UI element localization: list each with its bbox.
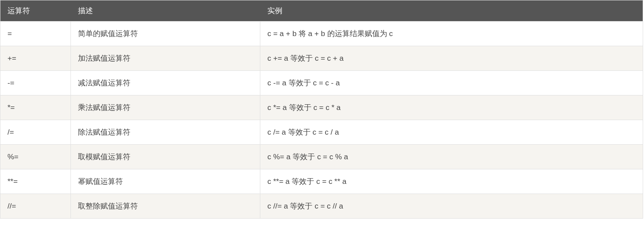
cell-example: c **= a 等效于 c = c ** a — [260, 169, 643, 194]
cell-example: c *= a 等效于 c = c * a — [260, 95, 643, 120]
cell-operator: = — [0, 22, 71, 46]
cell-example: c = a + b 将 a + b 的运算结果赋值为 c — [260, 22, 643, 46]
cell-description: 除法赋值运算符 — [71, 120, 260, 145]
cell-description: 减法赋值运算符 — [71, 71, 260, 95]
table-row: %= 取模赋值运算符 c %= a 等效于 c = c % a — [0, 145, 643, 169]
cell-example: c //= a 等效于 c = c // a — [260, 194, 643, 219]
cell-description: 乘法赋值运算符 — [71, 95, 260, 120]
cell-description: 简单的赋值运算符 — [71, 22, 260, 46]
table-row: //= 取整除赋值运算符 c //= a 等效于 c = c // a — [0, 194, 643, 219]
table-row: /= 除法赋值运算符 c /= a 等效于 c = c / a — [0, 120, 643, 145]
cell-operator: /= — [0, 120, 71, 145]
cell-example: c /= a 等效于 c = c / a — [260, 120, 643, 145]
cell-operator: *= — [0, 95, 71, 120]
table-row: **= 幂赋值运算符 c **= a 等效于 c = c ** a — [0, 169, 643, 194]
header-description: 描述 — [71, 0, 260, 22]
operators-table: 运算符 描述 实例 = 简单的赋值运算符 c = a + b 将 a + b 的… — [0, 0, 643, 219]
cell-operator: += — [0, 46, 71, 71]
cell-description: 取模赋值运算符 — [71, 145, 260, 169]
cell-operator: %= — [0, 145, 71, 169]
cell-operator: //= — [0, 194, 71, 219]
header-example: 实例 — [260, 0, 643, 22]
cell-description: 幂赋值运算符 — [71, 169, 260, 194]
cell-operator: -= — [0, 71, 71, 95]
table-header-row: 运算符 描述 实例 — [0, 0, 643, 22]
table-row: -= 减法赋值运算符 c -= a 等效于 c = c - a — [0, 71, 643, 95]
table-row: *= 乘法赋值运算符 c *= a 等效于 c = c * a — [0, 95, 643, 120]
cell-description: 取整除赋值运算符 — [71, 194, 260, 219]
cell-operator: **= — [0, 169, 71, 194]
table-row: = 简单的赋值运算符 c = a + b 将 a + b 的运算结果赋值为 c — [0, 22, 643, 46]
table-row: += 加法赋值运算符 c += a 等效于 c = c + a — [0, 46, 643, 71]
cell-description: 加法赋值运算符 — [71, 46, 260, 71]
cell-example: c %= a 等效于 c = c % a — [260, 145, 643, 169]
header-operator: 运算符 — [0, 0, 71, 22]
cell-example: c += a 等效于 c = c + a — [260, 46, 643, 71]
cell-example: c -= a 等效于 c = c - a — [260, 71, 643, 95]
